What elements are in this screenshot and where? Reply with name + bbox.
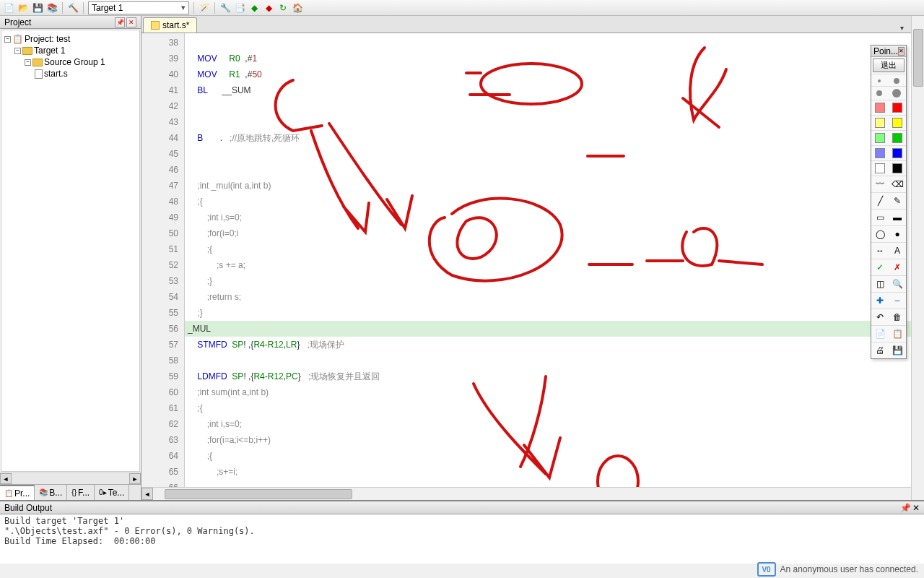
build-output-panel: Build Output 📌 ✕ Build target 'Target 1'… [0,500,924,564]
target-dropdown[interactable]: Target 1 [88,1,189,14]
tree-root[interactable]: −📋Project: test [4,33,136,45]
new-icon[interactable]: 📄 [3,2,14,14]
undo-icon[interactable]: ↶ [873,311,886,323]
tab-functions[interactable]: {} F... [67,485,95,500]
doc-icon[interactable]: 📄 [873,328,886,340]
build-output-title: Build Output 📌 ✕ [0,501,924,514]
code-text[interactable]: MOV R0 ,#1 MOV R1 ,#50 BL __SUM B . ;//原… [185,33,911,487]
save-draw-icon[interactable]: 💾 [891,345,904,356]
arrow-icon[interactable]: ↔ [873,245,886,256]
pointer-close-icon[interactable]: ✕ [898,47,905,56]
rect-icon[interactable]: ▭ [873,212,886,223]
pointer-toolbox[interactable]: Poin...✕ 退出 〰⌫ ╱✎ ▭▬ ◯● ↔A ✓✗ ◫🔍 ✚– ↶🗑 📄… [871,45,907,359]
file-tab-starts[interactable]: start.s* [143,17,197,33]
tree-target[interactable]: −Target 1 [14,45,136,56]
status-message: V0 An anonymous user has connected. [757,562,918,577]
check-icon[interactable]: ✓ [873,262,886,273]
panel-close-icon[interactable]: ✕ [126,17,136,27]
tree-group[interactable]: −Source Group 1 [25,56,136,68]
tab-menu-icon[interactable]: ▾ [897,22,907,33]
eraser-icon[interactable]: ⌫ [891,178,904,190]
save-icon[interactable]: 💾 [32,2,43,14]
file-tabs: start.s* ▾ ✕ [141,16,924,33]
build-output-text[interactable]: Build target 'Target 1' ".\Objects\test.… [0,514,924,564]
bo-close-icon[interactable]: ✕ [912,503,920,513]
color-swatch[interactable] [875,103,885,113]
pointer-exit-button[interactable]: 退出 [873,59,905,72]
project-panel: Project 📌 ✕ −📋Project: test −Target 1 −S… [0,16,141,500]
build-icon[interactable]: 🔨 [67,2,79,14]
cross-icon[interactable]: ✗ [891,262,904,273]
rebuild-icon[interactable]: ↻ [277,2,289,14]
home-icon[interactable]: 🏠 [292,2,303,14]
add-icon[interactable]: ✚ [873,295,886,306]
trash-icon[interactable]: 🗑 [891,311,904,323]
saveall-icon[interactable]: 📚 [46,2,58,14]
crop-icon[interactable]: ◫ [873,278,886,290]
tree-file[interactable]: start.s [35,68,136,79]
wand-icon[interactable]: 🪄 [199,2,210,14]
project-tree[interactable]: −📋Project: test −Target 1 −Source Group … [1,30,140,472]
tree-hscroll[interactable]: ◄► [0,473,141,484]
freehand-icon[interactable]: 〰 [873,178,886,190]
page-vscroll[interactable] [911,16,924,500]
text-icon[interactable]: A [891,245,904,256]
options-green-icon[interactable]: ◆ [248,2,260,14]
tab-project[interactable]: 📋 Pr... [0,485,35,500]
tab-books[interactable]: 📚 B... [35,485,67,500]
status-badge: V0 [757,562,776,577]
line-icon[interactable]: ╱ [873,195,886,207]
fillrect-icon[interactable]: ▬ [891,212,904,223]
main-toolbar: 📄 📂 💾 📚 🔨 Target 1 🪄 🔧 📑 ◆ ◆ ↻ 🏠 [0,0,924,16]
project-panel-tabs: 📋 Pr... 📚 B... {} F... 0▸ Te... [0,484,141,500]
tab-templates[interactable]: 0▸ Te... [95,485,129,500]
zoom-icon[interactable]: 🔍 [891,278,904,290]
panel-pin-icon[interactable]: 📌 [115,17,125,27]
line-gutter: 3839404142434445464748495051525354555657… [141,33,185,487]
debug-icon[interactable]: ◆ [263,2,274,14]
editor-hscroll[interactable]: ◄► [141,487,924,500]
configure-icon[interactable]: 🔧 [219,2,231,14]
asm-file-icon [151,21,160,30]
ellipse-icon[interactable]: ◯ [873,228,886,240]
print-icon[interactable]: 🖨 [873,345,886,356]
project-panel-title: Project 📌 ✕ [0,16,141,29]
remove-icon[interactable]: – [891,295,904,306]
editor-area: start.s* ▾ ✕ 383940414243444546474849505… [141,16,924,500]
copy-icon[interactable]: 📋 [891,328,904,340]
manage-icon[interactable]: 📑 [234,2,245,14]
brush-size-row[interactable] [871,74,906,86]
pencil-icon[interactable]: ✎ [891,195,904,207]
open-icon[interactable]: 📂 [17,2,29,14]
bo-pin-icon[interactable]: 📌 [900,503,911,513]
fillellipse-icon[interactable]: ● [891,228,904,240]
